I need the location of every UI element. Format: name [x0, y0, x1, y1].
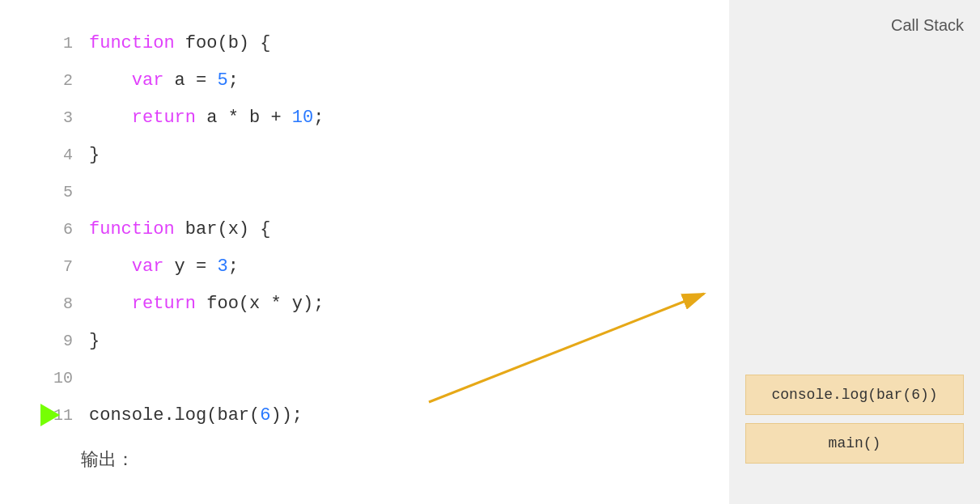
- code-line-2: 2 var a = 5;: [49, 61, 729, 99]
- line-content-2: var a = 5;: [89, 70, 239, 91]
- code-line-7: 7 var y = 3;: [49, 248, 729, 285]
- code-panel: 1 function foo(b) { 2 var a = 5; 3 retur…: [0, 0, 729, 504]
- line-content-7: var y = 3;: [89, 256, 239, 277]
- line-num-6: 6: [49, 220, 73, 239]
- line-num-7: 7: [49, 257, 73, 276]
- code-line-5: 5: [49, 173, 729, 210]
- code-line-8: 8 return foo(x * y);: [49, 285, 729, 322]
- code-line-1: 1 function foo(b) {: [49, 24, 729, 61]
- line-num-2: 2: [49, 71, 73, 90]
- line-content-11: console.log(bar(6));: [89, 405, 303, 426]
- call-stack-spacer: [745, 51, 964, 375]
- line-num-9: 9: [49, 332, 73, 350]
- code-line-11: 11 console.log(bar(6));: [49, 396, 729, 434]
- call-stack-panel: Call Stack console.log(bar(6)) main(): [729, 0, 980, 504]
- output-label: 输出：: [81, 449, 134, 469]
- main-container: 1 function foo(b) { 2 var a = 5; 3 retur…: [0, 0, 980, 504]
- output-section: 输出：: [81, 447, 134, 472]
- line-content-9: }: [89, 331, 100, 351]
- line-num-3: 3: [49, 108, 73, 127]
- line-content-6: function bar(x) {: [89, 219, 270, 239]
- line-num-10: 10: [49, 369, 73, 388]
- line-content-8: return foo(x * y);: [89, 294, 324, 314]
- current-line-arrow: [40, 404, 60, 426]
- stack-item-1: main(): [745, 423, 964, 464]
- call-stack-title: Call Stack: [745, 16, 964, 35]
- code-line-9: 9 }: [49, 322, 729, 359]
- call-stack-items: console.log(bar(6)) main(): [745, 375, 964, 464]
- line-content-4: }: [89, 145, 100, 165]
- line-num-4: 4: [49, 146, 73, 164]
- stack-item-0: console.log(bar(6)): [745, 375, 964, 415]
- code-line-3: 3 return a * b + 10;: [49, 99, 729, 136]
- line-content-1: function foo(b) {: [89, 33, 270, 53]
- code-line-10: 10: [49, 359, 729, 396]
- code-line-4: 4 }: [49, 136, 729, 173]
- green-arrow-icon: [40, 404, 60, 426]
- line-num-1: 1: [49, 34, 73, 53]
- code-line-6: 6 function bar(x) {: [49, 210, 729, 248]
- line-num-5: 5: [49, 183, 73, 201]
- line-num-8: 8: [49, 294, 73, 313]
- line-content-3: return a * b + 10;: [89, 108, 324, 128]
